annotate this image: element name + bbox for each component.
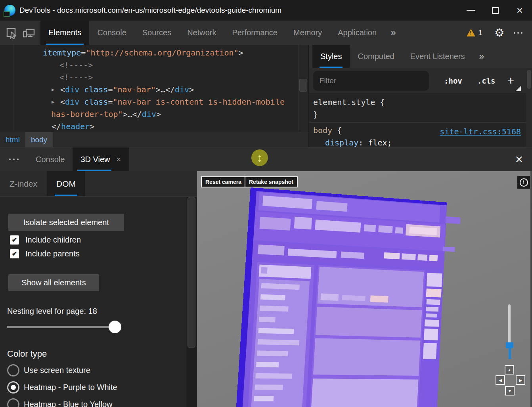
element-classes-button[interactable]: .cls bbox=[477, 76, 496, 85]
styles-tab-styles[interactable]: Styles bbox=[312, 45, 350, 68]
maximize-button[interactable] bbox=[483, 0, 507, 21]
styles-scrollbar[interactable] bbox=[526, 68, 532, 147]
threed-pane-scrollbar-thumb[interactable] bbox=[188, 197, 195, 348]
pan-left-button[interactable]: ◀ bbox=[496, 375, 505, 385]
dom-node-block bbox=[261, 267, 268, 274]
code-token: header bbox=[61, 122, 90, 131]
code-line[interactable]: ▶<div class="nav-bar">…</div> bbox=[0, 84, 308, 96]
zoom-slider-thumb[interactable] bbox=[506, 342, 513, 348]
code-line[interactable]: <!----> bbox=[0, 59, 308, 71]
device-toolbar-button[interactable] bbox=[20, 25, 38, 41]
dom-node-block bbox=[425, 319, 439, 327]
threed-tab-dom[interactable]: DOM bbox=[47, 171, 85, 196]
breadcrumb-html[interactable]: html bbox=[0, 132, 25, 147]
pan-down-button[interactable]: ▼ bbox=[505, 386, 515, 396]
tab-sources[interactable]: Sources bbox=[134, 21, 179, 45]
breadcrumb-body[interactable]: body bbox=[25, 132, 53, 147]
close-tab-icon[interactable]: × bbox=[117, 155, 121, 164]
tab-console[interactable]: Console bbox=[89, 21, 134, 45]
dom-node-block bbox=[426, 299, 440, 305]
threed-canvas[interactable]: Reset camera Retake snapshot i ▲ ◀ ▶ ▼ bbox=[197, 171, 532, 407]
checkbox-include-parents[interactable]: ✔ bbox=[10, 249, 19, 258]
code-line[interactable]: has-border-top">…</div> bbox=[0, 108, 308, 120]
stylesheet-source-link[interactable]: site-ltr.css:5168 bbox=[440, 127, 521, 136]
radio-use-screen-texture[interactable] bbox=[7, 364, 19, 376]
inspect-cursor-icon bbox=[5, 27, 18, 39]
code-token: "nav-bar" bbox=[113, 85, 155, 94]
dom-node-block bbox=[341, 252, 364, 259]
pseudo-state-button[interactable]: :hov bbox=[444, 76, 462, 85]
zoom-slider-track[interactable] bbox=[508, 304, 511, 343]
issues-counter[interactable]: 1 bbox=[467, 29, 482, 37]
code-line[interactable]: <!----> bbox=[0, 71, 308, 84]
code-token: div bbox=[142, 109, 156, 119]
code-token: < bbox=[60, 97, 65, 107]
code-token: div bbox=[65, 97, 79, 107]
dom-node-block bbox=[426, 313, 437, 317]
retake-snapshot-button[interactable]: Retake snapshot bbox=[245, 176, 298, 187]
styles-more-tabs-button[interactable]: » bbox=[473, 45, 491, 68]
isolate-selected-element-button[interactable]: Isolate selected element bbox=[8, 214, 124, 231]
reset-camera-button[interactable]: Reset camera bbox=[201, 176, 246, 187]
css-declaration[interactable]: display: flex; bbox=[313, 137, 532, 147]
styles-tab-event-listeners[interactable]: Event Listeners bbox=[402, 45, 473, 68]
dom-node-block bbox=[364, 224, 376, 232]
info-button[interactable]: i bbox=[517, 176, 530, 189]
code-line[interactable]: itemtype="http://schema.org/Organization… bbox=[0, 47, 308, 59]
close-window-button[interactable]: ✕ bbox=[507, 0, 532, 21]
3d-dom-visualization[interactable] bbox=[239, 191, 447, 407]
dom-node-block bbox=[426, 289, 442, 297]
dom-node-block bbox=[258, 339, 299, 345]
inspect-element-button[interactable] bbox=[3, 25, 20, 41]
tab-memory[interactable]: Memory bbox=[285, 21, 330, 45]
more-tabs-button[interactable]: » bbox=[385, 21, 402, 45]
tab-network[interactable]: Network bbox=[179, 21, 224, 45]
code-token: > bbox=[156, 109, 161, 119]
nesting-level-slider[interactable] bbox=[7, 326, 121, 328]
tab-elements[interactable]: Elements bbox=[40, 21, 89, 45]
new-style-rule-button[interactable]: + bbox=[507, 75, 515, 87]
inline-selector: element.style bbox=[313, 97, 375, 107]
disclosure-arrow-icon[interactable]: ▶ bbox=[52, 84, 54, 96]
nesting-level-slider-thumb[interactable] bbox=[109, 321, 121, 333]
drawer-tab-3d-view[interactable]: 3D View× bbox=[73, 147, 129, 171]
breadcrumb: htmlbody bbox=[0, 132, 308, 147]
styles-tabbar: StylesComputedEvent Listeners » bbox=[309, 45, 532, 68]
pan-right-button[interactable]: ▶ bbox=[516, 375, 525, 385]
dom-node-block bbox=[423, 343, 437, 359]
disclosure-arrow-icon[interactable]: ▶ bbox=[52, 96, 54, 108]
inline-style-rule[interactable]: element.style { } bbox=[309, 94, 532, 123]
elements-scrollbar[interactable] bbox=[298, 45, 308, 132]
minimize-button[interactable] bbox=[458, 0, 483, 21]
elements-scrollbar-thumb[interactable] bbox=[299, 79, 307, 92]
resize-handle-cursor-icon[interactable]: ↕ bbox=[251, 149, 268, 166]
styles-tab-computed[interactable]: Computed bbox=[350, 45, 402, 68]
radio-heatmap-blue-to-yellow[interactable] bbox=[7, 398, 19, 407]
tab-application[interactable]: Application bbox=[330, 21, 385, 45]
dom-tree[interactable]: itemtype="http://schema.org/Organization… bbox=[0, 45, 308, 132]
code-line[interactable]: </header> bbox=[0, 120, 308, 132]
customize-menu-button[interactable] bbox=[514, 32, 522, 34]
close-drawer-button[interactable]: ✕ bbox=[512, 147, 526, 171]
code-line[interactable]: ▶<div class="nav-bar is-content is-hidde… bbox=[0, 96, 308, 108]
threed-pane-scrollbar[interactable] bbox=[186, 197, 197, 407]
pan-up-button[interactable]: ▲ bbox=[505, 365, 514, 375]
styles-scrollbar-thumb[interactable] bbox=[527, 70, 531, 89]
threed-tab-z-index[interactable]: Z-index bbox=[0, 171, 47, 196]
settings-button[interactable]: ⚙ bbox=[494, 27, 504, 38]
dom-node-block bbox=[417, 254, 427, 261]
drawer-more-menu-button[interactable] bbox=[0, 147, 28, 171]
checkbox-include-children[interactable]: ✔ bbox=[10, 235, 19, 245]
radio-heatmap-purple-to-white[interactable] bbox=[7, 381, 19, 394]
code-token: = bbox=[81, 48, 86, 57]
tab-performance[interactable]: Performance bbox=[224, 21, 286, 45]
styles-filter-input[interactable] bbox=[313, 71, 429, 91]
body-style-rule[interactable]: body { site-ltr.css:5168 display: flex; bbox=[309, 123, 532, 147]
styles-tabs: StylesComputedEvent Listeners bbox=[312, 45, 473, 68]
show-all-elements-button[interactable]: Show all elements bbox=[8, 274, 99, 291]
drawer-tab-console[interactable]: Console bbox=[28, 147, 73, 171]
radio-row: Heatmap - Purple to White bbox=[7, 381, 117, 394]
warning-count: 1 bbox=[478, 29, 482, 37]
breadcrumb-items: htmlbody bbox=[0, 132, 53, 147]
title-bar: DevTools - docs.microsoft.com/en-us/micr… bbox=[0, 0, 532, 21]
